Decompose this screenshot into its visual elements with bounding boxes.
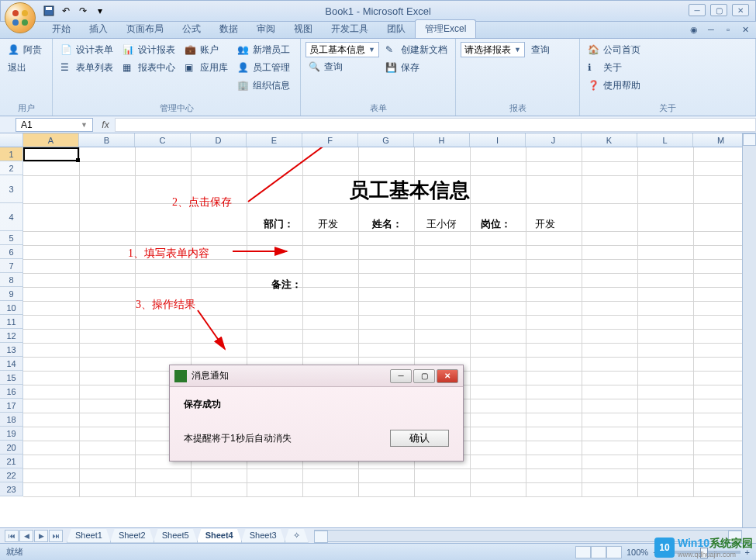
undo-icon[interactable]: ↶ bbox=[58, 3, 74, 19]
col-header[interactable]: F bbox=[302, 133, 358, 147]
tab-view[interactable]: 视图 bbox=[285, 20, 322, 38]
vertical-scrollbar[interactable] bbox=[742, 133, 756, 527]
restore-button[interactable]: ▢ bbox=[710, 4, 727, 16]
view-break-button[interactable] bbox=[606, 546, 622, 558]
row-header[interactable]: 1 bbox=[0, 147, 23, 161]
doc-minimize-icon[interactable]: ─ bbox=[705, 23, 717, 36]
sheet-tab[interactable]: Sheet4 bbox=[197, 529, 242, 543]
help-button[interactable]: ❓使用帮助 bbox=[585, 78, 644, 94]
tab-layout[interactable]: 页面布局 bbox=[117, 20, 173, 38]
tab-review[interactable]: 审阅 bbox=[247, 20, 285, 38]
row-header[interactable]: 20 bbox=[0, 441, 23, 455]
dialog-minimize-button[interactable]: ─ bbox=[390, 369, 412, 383]
col-header[interactable]: J bbox=[526, 133, 582, 147]
report-center-button[interactable]: ▦报表中心 bbox=[119, 60, 178, 76]
dialog-close-button[interactable]: ✕ bbox=[437, 369, 458, 383]
report-query-button[interactable]: 查询 bbox=[528, 42, 553, 58]
office-button[interactable] bbox=[5, 2, 36, 33]
row-header[interactable]: 22 bbox=[0, 468, 23, 482]
org-info-button[interactable]: 🏢组织信息 bbox=[234, 78, 293, 94]
tab-dev[interactable]: 开发工具 bbox=[322, 20, 378, 38]
row-header[interactable]: 10 bbox=[0, 301, 23, 315]
form-list-button[interactable]: ☰表单列表 bbox=[57, 60, 116, 76]
col-header[interactable]: D bbox=[191, 133, 247, 147]
sheet-tab[interactable]: Sheet1 bbox=[67, 529, 111, 543]
view-normal-button[interactable] bbox=[575, 546, 591, 558]
row-header[interactable]: 23 bbox=[0, 482, 23, 496]
tab-formula[interactable]: 公式 bbox=[173, 20, 210, 38]
sheet-nav-last[interactable]: ⏭ bbox=[49, 530, 63, 542]
row-header[interactable]: 19 bbox=[0, 427, 23, 441]
row-header[interactable]: 7 bbox=[0, 259, 23, 273]
report-combo[interactable]: 请选择报表▼ bbox=[461, 42, 525, 57]
doc-close-icon[interactable]: ✕ bbox=[739, 23, 751, 36]
row-header[interactable]: 9 bbox=[0, 287, 23, 301]
about-button[interactable]: ℹ关于 bbox=[585, 60, 644, 76]
col-header[interactable]: A bbox=[23, 133, 79, 147]
row-header[interactable]: 18 bbox=[0, 413, 23, 427]
tab-insert[interactable]: 插入 bbox=[80, 20, 117, 38]
qat-dropdown-icon[interactable]: ▾ bbox=[92, 3, 108, 19]
minimize-button[interactable]: ─ bbox=[689, 4, 706, 16]
select-all-corner[interactable] bbox=[0, 133, 23, 147]
tab-home[interactable]: 开始 bbox=[43, 20, 80, 38]
row-header[interactable]: 15 bbox=[0, 371, 23, 385]
row-header[interactable]: 5 bbox=[0, 231, 23, 245]
employee-mgmt-button[interactable]: 👤员工管理 bbox=[234, 60, 293, 76]
row-header[interactable]: 12 bbox=[0, 329, 23, 343]
zoom-level[interactable]: 100% bbox=[627, 548, 648, 557]
app-store-button[interactable]: ▣应用库 bbox=[181, 60, 231, 76]
view-layout-button[interactable] bbox=[591, 546, 606, 558]
design-form-button[interactable]: 📄设计表单 bbox=[57, 42, 116, 58]
col-header[interactable]: B bbox=[79, 133, 135, 147]
name-box[interactable]: A1▼ bbox=[16, 118, 93, 132]
redo-icon[interactable]: ↷ bbox=[75, 3, 91, 19]
col-header[interactable]: I bbox=[470, 133, 526, 147]
save-form-button[interactable]: 💾保存 bbox=[382, 60, 450, 76]
row-header[interactable]: 21 bbox=[0, 455, 23, 468]
row-header[interactable]: 16 bbox=[0, 385, 23, 399]
new-sheet-button[interactable]: ✧ bbox=[285, 529, 309, 543]
col-header[interactable]: M bbox=[693, 133, 749, 147]
new-employee-button[interactable]: 👥新增员工 bbox=[234, 42, 293, 58]
homepage-button[interactable]: 🏠公司首页 bbox=[585, 42, 644, 58]
sheet-nav-prev[interactable]: ◀ bbox=[19, 530, 33, 542]
sheet-nav-next[interactable]: ▶ bbox=[34, 530, 48, 542]
tab-manage-excel[interactable]: 管理Excel bbox=[415, 19, 476, 38]
col-header[interactable]: C bbox=[135, 133, 191, 147]
row-header[interactable]: 14 bbox=[0, 357, 23, 371]
col-header[interactable]: H bbox=[414, 133, 470, 147]
row-header[interactable]: 6 bbox=[0, 245, 23, 259]
row-header[interactable]: 13 bbox=[0, 343, 23, 357]
logout-button[interactable]: 退出 bbox=[5, 60, 45, 76]
design-report-button[interactable]: 📊设计报表 bbox=[119, 42, 178, 58]
form-combo[interactable]: 员工基本信息▼ bbox=[306, 42, 379, 57]
row-header[interactable]: 2 bbox=[0, 161, 23, 175]
col-header[interactable]: E bbox=[247, 133, 302, 147]
formula-input[interactable] bbox=[115, 118, 756, 132]
col-header[interactable]: K bbox=[582, 133, 637, 147]
save-icon[interactable] bbox=[41, 3, 57, 19]
close-button[interactable]: ✕ bbox=[732, 4, 749, 16]
row-header[interactable]: 4 bbox=[0, 203, 23, 231]
help-icon[interactable]: ◉ bbox=[688, 23, 700, 36]
row-header[interactable]: 8 bbox=[0, 273, 23, 287]
fx-button[interactable]: fx bbox=[96, 119, 115, 130]
account-button[interactable]: 💼账户 bbox=[181, 42, 231, 58]
row-header[interactable]: 11 bbox=[0, 315, 23, 329]
tab-team[interactable]: 团队 bbox=[378, 20, 415, 38]
sheet-tab[interactable]: Sheet5 bbox=[154, 529, 198, 543]
tab-data[interactable]: 数据 bbox=[210, 20, 247, 38]
col-header[interactable]: G bbox=[358, 133, 414, 147]
row-header[interactable]: 3 bbox=[0, 175, 23, 203]
sheet-tab[interactable]: Sheet2 bbox=[110, 529, 154, 543]
row-header[interactable]: 17 bbox=[0, 399, 23, 413]
dialog-maximize-button[interactable]: ▢ bbox=[413, 369, 435, 383]
col-header[interactable]: L bbox=[637, 133, 693, 147]
dialog-ok-button[interactable]: 确认 bbox=[390, 430, 449, 447]
new-doc-button[interactable]: ✎创建新文档 bbox=[382, 42, 450, 58]
doc-restore-icon[interactable]: ▫ bbox=[722, 23, 734, 36]
sheet-nav-first[interactable]: ⏮ bbox=[5, 530, 19, 542]
sheet-tab[interactable]: Sheet3 bbox=[241, 529, 285, 543]
form-query-button[interactable]: 🔍查询 bbox=[306, 59, 379, 75]
